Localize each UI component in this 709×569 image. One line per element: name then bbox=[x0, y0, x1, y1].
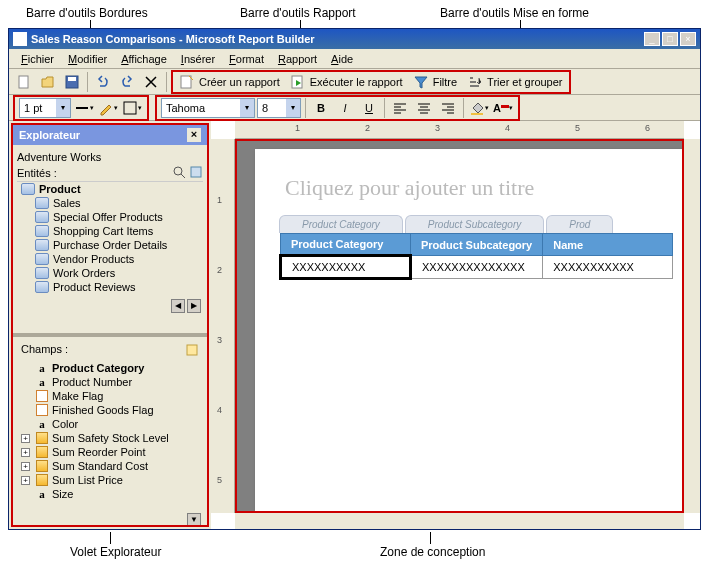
data-table[interactable]: Product CategoryProduct SubcategoryName … bbox=[279, 233, 673, 280]
entity-item[interactable]: Purchase Order Details bbox=[17, 238, 203, 252]
entity-item[interactable]: Product Reviews bbox=[17, 280, 203, 294]
field-label: Color bbox=[52, 418, 78, 430]
line-color-button[interactable]: ▾ bbox=[97, 97, 119, 119]
search-icon[interactable] bbox=[172, 165, 186, 179]
close-button[interactable]: × bbox=[680, 32, 696, 46]
entity-item[interactable]: Vendor Products bbox=[17, 252, 203, 266]
font-input[interactable] bbox=[162, 99, 240, 117]
line-style-button[interactable]: ▾ bbox=[73, 97, 95, 119]
menu-report[interactable]: Rapport bbox=[272, 51, 323, 67]
sum-field-icon bbox=[36, 474, 48, 486]
maximize-button[interactable]: □ bbox=[662, 32, 678, 46]
data-cell[interactable]: XXXXXXXXXXXXXX bbox=[411, 256, 543, 279]
report-toolbar: Créer un rapport Exécuter le rapport Fil… bbox=[171, 70, 571, 94]
refresh-icon[interactable] bbox=[189, 169, 203, 181]
column-header[interactable]: Product Subcategory bbox=[411, 234, 543, 256]
sort-group-button[interactable]: Trier et grouper bbox=[463, 72, 566, 92]
field-label: Sum Reorder Point bbox=[52, 446, 146, 458]
save-button[interactable] bbox=[61, 71, 83, 93]
menu-edit[interactable]: Modifier bbox=[62, 51, 113, 67]
field-item[interactable]: +Sum Reorder Point bbox=[17, 445, 203, 459]
fill-color-button[interactable]: ▾ bbox=[468, 97, 490, 119]
data-cell[interactable]: XXXXXXXXXX bbox=[281, 256, 411, 279]
field-item[interactable]: aSize bbox=[17, 487, 203, 501]
line-width-combo[interactable]: ▾ bbox=[19, 98, 71, 118]
menu-view[interactable]: Affichage bbox=[115, 51, 173, 67]
expand-button[interactable]: + bbox=[21, 434, 30, 443]
field-item[interactable]: +Sum Safety Stock Level bbox=[17, 431, 203, 445]
create-report-icon bbox=[179, 74, 195, 90]
align-center-button[interactable] bbox=[413, 97, 435, 119]
scroll-right-button[interactable]: ▶ bbox=[187, 299, 201, 313]
create-report-button[interactable]: Créer un rapport bbox=[175, 72, 284, 92]
size-dd[interactable]: ▾ bbox=[286, 99, 300, 117]
field-item[interactable]: Make Flag bbox=[17, 389, 203, 403]
entities-list: ProductSalesSpecial Offer ProductsShoppi… bbox=[17, 181, 203, 297]
field-label: Sum List Price bbox=[52, 474, 123, 486]
column-header[interactable]: Product Category bbox=[281, 234, 411, 256]
delete-button[interactable] bbox=[140, 71, 162, 93]
run-report-button[interactable]: Exécuter le rapport bbox=[286, 72, 407, 92]
menu-insert[interactable]: Insérer bbox=[175, 51, 221, 67]
field-item[interactable]: aProduct Category bbox=[17, 361, 203, 375]
svg-rect-5 bbox=[124, 102, 136, 114]
format-toolbar: ▾ ▾ B I U ▾ A▾ bbox=[155, 95, 520, 121]
group-tab[interactable]: Product Subcategory bbox=[405, 215, 544, 233]
underline-button[interactable]: U bbox=[358, 97, 380, 119]
field-item[interactable]: Finished Goods Flag bbox=[17, 403, 203, 417]
title-placeholder[interactable]: Cliquez pour ajouter un titre bbox=[275, 169, 684, 215]
size-input[interactable] bbox=[258, 99, 286, 117]
redo-button[interactable] bbox=[116, 71, 138, 93]
field-item[interactable]: +Sum Standard Cost bbox=[17, 459, 203, 473]
fields-options-icon[interactable] bbox=[185, 343, 199, 359]
expand-button[interactable]: + bbox=[21, 448, 30, 457]
explorer-close-button[interactable]: × bbox=[187, 128, 201, 142]
size-combo[interactable]: ▾ bbox=[257, 98, 301, 118]
datasource-label: Adventure Works bbox=[17, 149, 203, 165]
font-combo[interactable]: ▾ bbox=[161, 98, 255, 118]
pencil-icon bbox=[98, 100, 114, 116]
expand-button[interactable]: + bbox=[21, 476, 30, 485]
column-header[interactable]: Name bbox=[543, 234, 673, 256]
entity-item[interactable]: Work Orders bbox=[17, 266, 203, 280]
design-area[interactable]: Cliquez pour ajouter un titre Product Ca… bbox=[235, 139, 684, 513]
menu-format[interactable]: Format bbox=[223, 51, 270, 67]
border-preset-button[interactable]: ▾ bbox=[121, 97, 143, 119]
menu-help[interactable]: Aide bbox=[325, 51, 359, 67]
scroll-left-button[interactable]: ◀ bbox=[171, 299, 185, 313]
align-left-button[interactable] bbox=[389, 97, 411, 119]
undo-icon bbox=[95, 74, 111, 90]
font-dd[interactable]: ▾ bbox=[240, 99, 254, 117]
line-width-dd[interactable]: ▾ bbox=[56, 99, 70, 117]
report-page[interactable]: Cliquez pour ajouter un titre Product Ca… bbox=[255, 149, 684, 513]
italic-button[interactable]: I bbox=[334, 97, 356, 119]
data-cell[interactable]: XXXXXXXXXXX bbox=[543, 256, 673, 279]
font-color-button[interactable]: A▾ bbox=[492, 97, 514, 119]
expand-button[interactable]: + bbox=[21, 462, 30, 471]
undo-button[interactable] bbox=[92, 71, 114, 93]
fields-scroll-down-button[interactable]: ▼ bbox=[187, 513, 201, 525]
entity-item[interactable]: Sales bbox=[17, 196, 203, 210]
horizontal-scrollbar[interactable] bbox=[235, 513, 684, 529]
align-right-button[interactable] bbox=[437, 97, 459, 119]
ruler-vertical: 1 2 3 4 5 bbox=[211, 139, 235, 513]
menu-file[interactable]: Fichier bbox=[15, 51, 60, 67]
new-button[interactable] bbox=[13, 71, 35, 93]
filter-button[interactable]: Filtre bbox=[409, 72, 461, 92]
field-item[interactable]: aColor bbox=[17, 417, 203, 431]
group-tab[interactable]: Prod bbox=[546, 215, 613, 233]
line-width-input[interactable] bbox=[20, 99, 56, 117]
field-item[interactable]: +Sum List Price bbox=[17, 473, 203, 487]
entity-icon bbox=[21, 183, 35, 195]
entity-item[interactable]: Shopping Cart Items bbox=[17, 224, 203, 238]
bold-button[interactable]: B bbox=[310, 97, 332, 119]
entity-item[interactable]: Product bbox=[17, 182, 203, 196]
save-icon bbox=[64, 74, 80, 90]
field-item[interactable]: aProduct Number bbox=[17, 375, 203, 389]
open-button[interactable] bbox=[37, 71, 59, 93]
align-left-icon bbox=[392, 100, 408, 116]
minimize-button[interactable]: _ bbox=[644, 32, 660, 46]
entity-item[interactable]: Special Offer Products bbox=[17, 210, 203, 224]
vertical-scrollbar[interactable] bbox=[684, 139, 700, 513]
group-tab[interactable]: Product Category bbox=[279, 215, 403, 233]
